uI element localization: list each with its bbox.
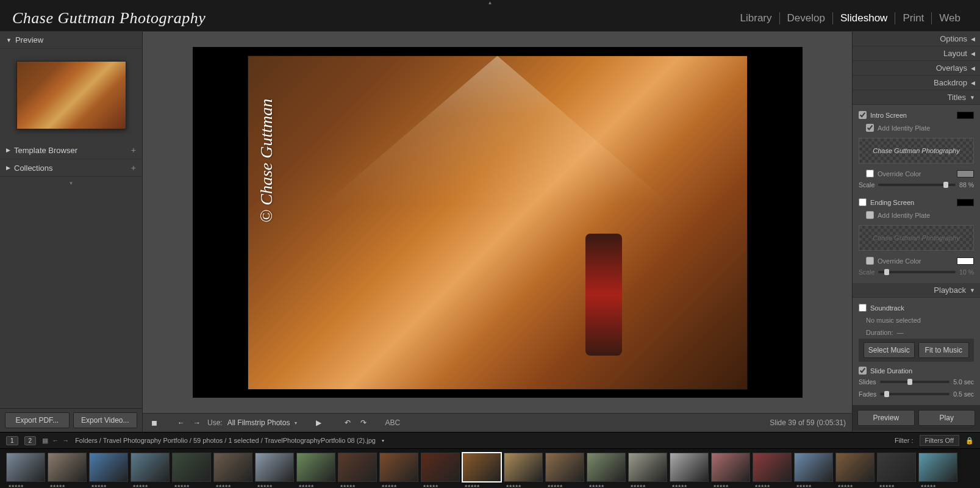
filmstrip-thumb[interactable]: ★★★★★ <box>794 453 833 482</box>
backdrop-section-header[interactable]: Backdrop◀ <box>853 76 980 90</box>
window-2-button[interactable]: 2 <box>24 436 37 445</box>
forward-icon[interactable]: → <box>62 437 69 445</box>
rating-stars[interactable]: ★★★★★ <box>879 484 894 488</box>
ending-screen-checkbox[interactable] <box>859 198 867 206</box>
filmstrip-thumb[interactable]: ★★★★★ <box>296 453 335 482</box>
rating-stars[interactable]: ★★★★★ <box>381 484 396 488</box>
panel-collapse-indicator[interactable]: ▼ <box>0 177 142 190</box>
rating-stars[interactable]: ★★★★★ <box>796 484 811 488</box>
soundtrack-checkbox[interactable] <box>859 304 867 312</box>
filmstrip-thumb[interactable]: ★★★★★ <box>213 453 252 482</box>
filmstrip-thumb[interactable]: ★★★★★ <box>670 453 709 482</box>
overlays-section-header[interactable]: Overlays◀ <box>853 61 980 76</box>
filmstrip-thumb[interactable]: ★★★★★ <box>89 453 128 482</box>
intro-scale-slider[interactable] <box>878 184 956 186</box>
breadcrumb[interactable]: Folders / Travel Photography Portfolio /… <box>75 437 376 444</box>
rating-stars[interactable]: ★★★★★ <box>340 484 355 488</box>
rating-stars[interactable]: ★★★★★ <box>132 484 148 488</box>
export-pdf-button[interactable]: Export PDF... <box>5 412 70 428</box>
collections-header[interactable]: ▶ Collections + <box>0 159 142 177</box>
fit-to-music-button[interactable]: Fit to Music <box>918 342 970 358</box>
intro-override-checkbox[interactable] <box>866 170 874 178</box>
rating-stars[interactable]: ★★★★★ <box>630 484 645 488</box>
options-section-header[interactable]: Options◀ <box>853 32 980 46</box>
rotate-ccw-icon[interactable]: ↶ <box>342 417 353 428</box>
rating-stars[interactable]: ★★★★★ <box>713 484 728 488</box>
slides-slider[interactable] <box>880 381 950 383</box>
back-icon[interactable]: ← <box>52 437 59 445</box>
playback-section-header[interactable]: Playback▼ <box>853 283 980 298</box>
rating-stars[interactable]: ★★★★★ <box>464 484 479 488</box>
titles-section-header[interactable]: Titles▼ <box>853 90 980 105</box>
rating-stars[interactable]: ★★★★★ <box>423 484 438 488</box>
rating-stars[interactable]: ★★★★★ <box>174 484 189 488</box>
module-tab-library[interactable]: Library <box>733 12 780 24</box>
module-tab-web[interactable]: Web <box>932 12 968 24</box>
filter-value[interactable]: Filters Off <box>920 435 959 446</box>
template-browser-header[interactable]: ▶ Template Browser + <box>0 142 142 159</box>
select-music-button[interactable]: Select Music <box>864 342 915 358</box>
rating-stars[interactable]: ★★★★★ <box>588 484 604 488</box>
slide-duration-checkbox[interactable] <box>859 367 867 375</box>
rating-stars[interactable]: ★★★★★ <box>920 484 935 488</box>
dropdown-icon[interactable]: ▾ <box>295 420 297 426</box>
preview-thumbnail[interactable] <box>16 61 126 129</box>
filmstrip-thumb[interactable]: ★★★★★ <box>835 453 874 482</box>
rating-stars[interactable]: ★★★★★ <box>506 484 521 488</box>
rating-stars[interactable]: ★★★★★ <box>671 484 687 488</box>
window-1-button[interactable]: 1 <box>6 436 18 445</box>
rating-stars[interactable]: ★★★★★ <box>837 484 853 488</box>
rating-stars[interactable]: ★★★★★ <box>298 484 313 488</box>
intro-identity-checkbox[interactable] <box>866 124 874 132</box>
filmstrip-thumb[interactable]: ★★★★★ <box>587 453 626 482</box>
play-icon[interactable]: ▶ <box>313 417 324 428</box>
ending-color-swatch[interactable] <box>957 199 974 206</box>
module-tab-develop[interactable]: Develop <box>780 12 833 24</box>
filmstrip-thumb[interactable]: ★★★★★ <box>48 453 87 482</box>
rating-stars[interactable]: ★★★★★ <box>547 484 562 488</box>
filmstrip-thumb[interactable]: ★★★★★ <box>6 453 45 482</box>
module-tab-slideshow[interactable]: Slideshow <box>833 12 896 24</box>
filmstrip-thumb[interactable]: ★★★★★ <box>711 453 750 482</box>
export-video-button[interactable]: Export Video... <box>73 412 138 428</box>
text-overlay-button[interactable]: ABC <box>385 418 400 427</box>
filmstrip-thumb[interactable]: ★★★★★ <box>753 453 792 482</box>
module-tab-print[interactable]: Print <box>895 12 932 24</box>
add-icon[interactable]: + <box>131 145 136 155</box>
rating-stars[interactable]: ★★★★★ <box>8 484 23 488</box>
grid-icon[interactable]: ▦ <box>42 437 48 445</box>
filmstrip-thumb[interactable]: ★★★★★ <box>877 453 916 482</box>
filmstrip-thumb[interactable]: ★★★★★ <box>255 453 294 482</box>
breadcrumb-dropdown-icon[interactable]: ▾ <box>382 438 384 443</box>
filmstrip-thumb[interactable]: ★★★★★ <box>131 453 170 482</box>
filmstrip-thumb[interactable]: ★★★★★ <box>462 453 501 482</box>
watermark-text[interactable]: © Chase Guttman <box>257 98 276 222</box>
intro-override-swatch[interactable] <box>957 170 974 178</box>
filmstrip-thumb[interactable]: ★★★★★ <box>379 453 418 482</box>
rotate-cw-icon[interactable]: ↷ <box>358 417 369 428</box>
use-dropdown[interactable]: All Filmstrip Photos <box>227 418 290 427</box>
filmstrip-thumb[interactable]: ★★★★★ <box>918 453 957 482</box>
prev-icon[interactable]: ← <box>176 417 187 428</box>
play-button[interactable]: Play <box>918 410 976 426</box>
next-icon[interactable]: → <box>191 417 202 428</box>
top-edge-indicator[interactable]: ▲ <box>0 0 980 5</box>
rating-stars[interactable]: ★★★★★ <box>91 484 106 488</box>
filmstrip-thumb[interactable]: ★★★★★ <box>504 453 543 482</box>
preview-panel-header[interactable]: ▼ Preview <box>0 32 142 49</box>
filmstrip-thumb[interactable]: ★★★★★ <box>628 453 667 482</box>
stop-icon[interactable]: ◼ <box>149 417 160 428</box>
filmstrip-thumb[interactable]: ★★★★★ <box>172 453 211 482</box>
filter-lock-icon[interactable]: 🔒 <box>965 437 974 445</box>
filmstrip-thumb[interactable]: ★★★★★ <box>421 453 460 482</box>
preview-button[interactable]: Preview <box>857 410 915 426</box>
rating-stars[interactable]: ★★★★★ <box>49 484 65 488</box>
intro-screen-checkbox[interactable] <box>859 111 867 119</box>
filmstrip-thumb[interactable]: ★★★★★ <box>338 453 377 482</box>
fades-slider[interactable] <box>880 393 950 395</box>
intro-identity-plate-preview[interactable]: Chase Guttman Photography <box>859 138 974 163</box>
slide-canvas[interactable]: © Chase Guttman <box>143 32 852 413</box>
intro-color-swatch[interactable] <box>957 112 974 119</box>
layout-section-header[interactable]: Layout◀ <box>853 46 980 61</box>
rating-stars[interactable]: ★★★★★ <box>215 484 231 488</box>
